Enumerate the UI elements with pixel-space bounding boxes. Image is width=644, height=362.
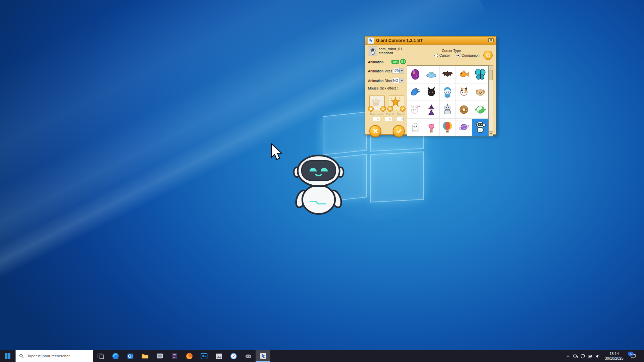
clock-date: 30/10/2025 <box>602 356 626 361</box>
taskbar-app-photos[interactable] <box>211 350 226 362</box>
animation-speed-select[interactable]: 120m <box>392 68 404 73</box>
mouse-click-effect-label: Mouse click effect : <box>368 86 398 90</box>
companion-thumbnail-ghost[interactable] <box>407 119 423 136</box>
confirm-button[interactable] <box>393 125 405 137</box>
taskbar-app-file-explorer[interactable] <box>138 350 152 362</box>
radio-cursor-label: Cursor <box>439 53 450 57</box>
giant-cursor-window: Giant Cursorv 1.2.1 ST com_robot_01 stan… <box>365 36 496 135</box>
taskbar-app-photoshop[interactable]: Ps <box>197 350 211 362</box>
refresh-button[interactable] <box>483 51 493 60</box>
scrollbar-thumb[interactable] <box>489 70 493 80</box>
companion-variant: standard <box>379 51 393 55</box>
action-center-button[interactable]: 5 <box>627 350 639 362</box>
effect1-remove-button[interactable] <box>368 106 374 112</box>
animation-direction-value: NO <box>392 79 399 82</box>
taskbar-app-safari[interactable] <box>226 350 241 362</box>
chevron-down-icon <box>399 78 404 83</box>
decx-label: DecX <box>386 112 394 116</box>
battery-icon[interactable] <box>586 350 594 362</box>
taskbar-app-task-view[interactable] <box>93 350 108 362</box>
taskbar-search[interactable] <box>15 350 93 362</box>
tray-icons <box>564 350 601 362</box>
window-title: Giant Cursorv 1.2.1 ST <box>376 38 485 43</box>
companion-thumbnail-donut[interactable] <box>456 101 472 119</box>
frame-nb-input[interactable]: 5 <box>373 117 380 121</box>
companion-thumbnail-tan-puppy[interactable] <box>472 83 488 101</box>
clock-time: 18:14 <box>602 351 626 356</box>
companion-thumbnail-robot[interactable] <box>472 119 488 136</box>
robot-companion[interactable] <box>292 154 345 218</box>
animation-direction-select[interactable]: NO <box>392 78 404 83</box>
companion-thumbnail-white-cat[interactable] <box>407 101 423 119</box>
cursor-type-option-companion[interactable]: Companion <box>457 53 480 57</box>
search-input[interactable] <box>26 354 90 358</box>
companion-thumbnail-black-cat[interactable] <box>423 83 439 101</box>
mouse-effect-preview-1[interactable] <box>369 96 385 110</box>
cancel-button[interactable] <box>369 125 381 137</box>
taskbar-app-outlook[interactable] <box>123 350 138 362</box>
taskbar-app-widgets[interactable] <box>241 350 256 362</box>
cursor-arrow-icon <box>367 37 374 44</box>
search-icon <box>19 354 24 358</box>
radio-companion[interactable] <box>457 54 460 57</box>
taskbar: Ps 18:14 30/10/2025 5 <box>0 350 644 362</box>
companion-thumbnail-hot-air-balloon[interactable] <box>440 119 456 136</box>
effect1-apply-button[interactable] <box>380 106 386 112</box>
start-button[interactable] <box>0 350 15 362</box>
taskbar-spacer <box>270 350 564 362</box>
companion-thumbnail-saturn[interactable] <box>456 119 472 136</box>
companion-thumbnail-grey-robot[interactable] <box>440 101 456 119</box>
companion-thumbnail-butterfly[interactable] <box>472 66 488 83</box>
send-to-screen-icon[interactable] <box>487 38 494 43</box>
effect2-remove-button[interactable] <box>387 106 393 112</box>
system-tray: 18:14 30/10/2025 5 <box>564 350 644 362</box>
mouse-effect-preview-2[interactable] <box>389 96 404 110</box>
decy-input[interactable]: 0 <box>396 117 404 121</box>
window-titlebar[interactable]: Giant Cursorv 1.2.1 ST <box>365 37 496 45</box>
frame-nb-label: Frame nb <box>370 112 384 116</box>
companion-thumbnail-ufo[interactable] <box>423 66 439 83</box>
taskbar-clock[interactable]: 18:14 30/10/2025 <box>602 351 626 361</box>
effect2-apply-button[interactable] <box>400 106 406 112</box>
windows-logo-pane <box>323 112 367 155</box>
companion-thumbnail-goldfish[interactable] <box>456 66 472 83</box>
companion-thumbnail-witch[interactable] <box>423 101 439 119</box>
chevron-up-icon[interactable] <box>564 350 572 362</box>
companion-thumbnail-calico-cat[interactable] <box>456 83 472 101</box>
svg-text:Ps: Ps <box>202 355 206 358</box>
cursor-type-option-cursor[interactable]: Cursor <box>434 53 450 57</box>
taskbar-app-system-window[interactable] <box>152 350 167 362</box>
taskbar-app-edge[interactable] <box>108 350 123 362</box>
notification-badge: 5 <box>628 352 634 356</box>
mouse-pointer-icon <box>270 143 282 160</box>
scroll-down-button[interactable] <box>489 131 493 136</box>
companion-thumbnail-blue-mascot[interactable] <box>440 83 456 101</box>
cursor-type-label: Cursor Type <box>442 49 461 53</box>
companion-thumbnail-heart-balloon[interactable] <box>423 119 439 136</box>
companion-grid <box>407 65 489 136</box>
windows-logo-pane <box>370 152 424 202</box>
decy-label: DecY <box>397 112 405 116</box>
desktop: Giant Cursorv 1.2.1 ST com_robot_01 stan… <box>0 0 644 362</box>
window-body: com_robot_01 standard Animation ON Anima… <box>365 45 496 134</box>
taskbar-app-onenote[interactable] <box>167 350 182 362</box>
chevron-down-icon <box>399 68 404 73</box>
taskbar-app-firefox[interactable] <box>182 350 197 362</box>
companion-thumbnail-green-candy[interactable] <box>472 101 488 119</box>
companion-thumbnail-blue-dragon[interactable] <box>407 83 423 101</box>
decx-input[interactable]: 0 <box>385 117 392 121</box>
taskbar-app-giant-cursor[interactable] <box>256 350 270 362</box>
network-icon[interactable] <box>572 350 579 362</box>
companion-thumbnail-purple-balloon[interactable] <box>407 66 423 83</box>
scroll-up-button[interactable] <box>489 66 493 70</box>
companion-thumbnail-bat[interactable] <box>440 66 456 83</box>
taskbar-apps: Ps <box>93 350 270 362</box>
animation-toggle[interactable]: ON <box>391 59 406 64</box>
radio-companion-label: Companion <box>462 53 480 57</box>
volume-icon[interactable] <box>594 350 601 362</box>
shield-icon[interactable] <box>579 350 586 362</box>
toggle-on-label: ON <box>391 60 399 64</box>
companion-grid-scrollbar[interactable] <box>489 65 493 136</box>
radio-cursor[interactable] <box>434 54 438 57</box>
animation-label: Animation <box>368 60 384 64</box>
